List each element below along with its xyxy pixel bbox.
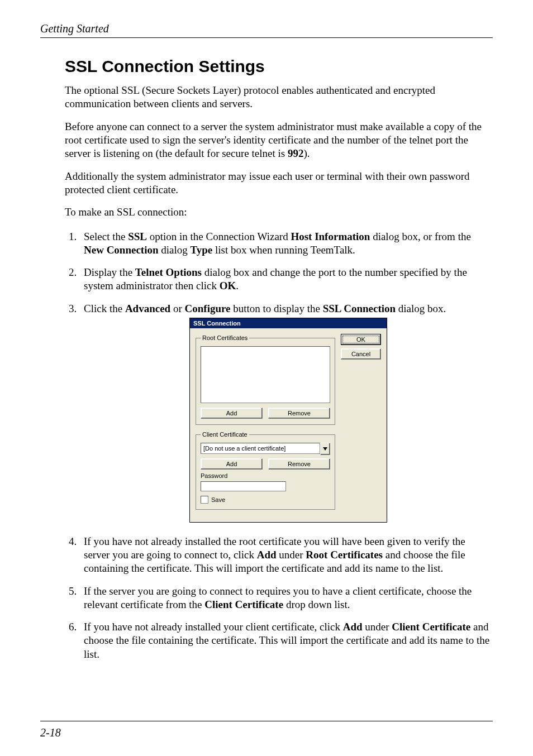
text-run: option in the Connection Wizard — [147, 231, 291, 242]
ok-button[interactable]: OK — [341, 334, 381, 345]
text-run: dialog — [159, 244, 191, 256]
text-run: dialog box, or from the — [370, 231, 470, 242]
ssl-connection-dialog: SSL Connection Root Certificates Add Rem… — [189, 318, 387, 523]
text-run: drop down list. — [283, 599, 350, 610]
bold-text: 992 — [288, 147, 304, 159]
bold-text: SSL — [128, 231, 147, 242]
dialog-figure: SSL Connection Root Certificates Add Rem… — [84, 318, 493, 523]
bold-text: Advanced — [125, 303, 170, 314]
text-run: button to display the — [231, 303, 323, 314]
step-3: Click the Advanced or Configure button t… — [79, 302, 493, 523]
step-6: If you have not already installed your c… — [79, 620, 493, 661]
save-checkbox[interactable] — [201, 496, 208, 504]
text-run: Click the — [84, 303, 125, 314]
dialog-title-bar: SSL Connection — [190, 318, 387, 328]
document-page: Getting Started SSL Connection Settings … — [0, 0, 533, 756]
dialog-left-column: Root Certificates Add Remove Client Cert… — [196, 334, 335, 515]
root-certificates-list[interactable] — [201, 346, 330, 403]
root-cert-button-row: Add Remove — [201, 408, 330, 419]
bold-text: Type — [191, 244, 213, 256]
root-remove-button[interactable]: Remove — [268, 408, 330, 419]
client-certificate-group: Client Certificate [Do not use a client … — [196, 430, 335, 509]
save-checkbox-label: Save — [211, 496, 225, 504]
save-checkbox-row[interactable]: Save — [201, 496, 330, 504]
bold-text: Telnet Options — [135, 266, 202, 278]
footer-rule — [40, 721, 493, 721]
text-run: Select the — [84, 231, 128, 242]
bold-text: Host Information — [291, 231, 370, 242]
dialog-body: Root Certificates Add Remove Client Cert… — [190, 328, 387, 521]
intro-paragraph-3: Additionally the system administrator ma… — [65, 170, 493, 197]
bold-text: Client Certificate — [392, 621, 470, 633]
bold-text: Configure — [185, 303, 231, 314]
client-certificate-value[interactable]: [Do not use a client certificate] — [201, 443, 320, 454]
bold-text: Root Certificates — [306, 549, 383, 561]
text-run: under — [363, 621, 392, 633]
step-4: If you have not already installed the ro… — [79, 535, 493, 576]
chevron-down-icon — [323, 447, 327, 451]
bold-text: Client Certificate — [204, 599, 283, 610]
text-run: Display the — [84, 266, 135, 278]
bold-text: Add — [343, 621, 363, 633]
step-1: Select the SSL option in the Connection … — [79, 230, 493, 257]
text-run: dialog box. — [396, 303, 446, 314]
step-2: Display the Telnet Options dialog box an… — [79, 266, 493, 293]
text-run: list box when running TeemTalk. — [212, 244, 355, 256]
header-rule — [40, 37, 493, 38]
combo-dropdown-button[interactable] — [320, 443, 330, 455]
step-5: If the server you are going to connect t… — [79, 585, 493, 612]
intro-paragraph-4: To make an SSL connection: — [65, 205, 493, 219]
intro-paragraph-1: The optional SSL (Secure Sockets Layer) … — [65, 84, 493, 111]
root-certificates-legend: Root Certificates — [201, 334, 249, 342]
section-title: SSL Connection Settings — [65, 57, 493, 76]
root-certificates-group: Root Certificates Add Remove — [196, 334, 335, 425]
text-run: Before anyone can connect to a server th… — [65, 121, 482, 160]
page-content: SSL Connection Settings The optional SSL… — [65, 57, 493, 661]
root-add-button[interactable]: Add — [201, 408, 263, 419]
client-certificate-legend: Client Certificate — [201, 430, 249, 438]
bold-text: SSL Connection — [323, 303, 396, 314]
client-cert-button-row: Add Remove — [201, 458, 330, 470]
page-number: 2-18 — [40, 726, 61, 739]
text-run: If you have not already installed your c… — [84, 621, 343, 633]
bold-text: OK — [220, 280, 236, 291]
running-head: Getting Started — [40, 22, 493, 35]
text-run: ). — [303, 147, 310, 159]
text-run: . — [236, 280, 239, 291]
text-run: or — [170, 303, 184, 314]
client-certificate-combo[interactable]: [Do not use a client certificate] — [201, 443, 330, 455]
text-run: under — [277, 549, 306, 561]
password-input[interactable] — [201, 481, 286, 491]
bold-text: New Connection — [84, 244, 159, 256]
intro-paragraph-2: Before anyone can connect to a server th… — [65, 120, 493, 161]
cancel-button[interactable]: Cancel — [341, 348, 381, 360]
password-label: Password — [201, 472, 330, 480]
client-add-button[interactable]: Add — [201, 458, 263, 470]
bold-text: Add — [257, 549, 277, 561]
steps-list: Select the SSL option in the Connection … — [65, 230, 493, 662]
dialog-right-column: OK Cancel — [341, 334, 381, 515]
client-remove-button[interactable]: Remove — [268, 458, 330, 470]
